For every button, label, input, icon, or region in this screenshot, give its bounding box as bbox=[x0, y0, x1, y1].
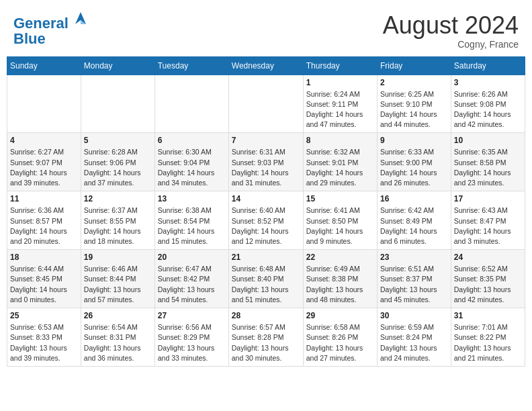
day-info: Sunrise: 6:33 AM Sunset: 9:00 PM Dayligh… bbox=[380, 147, 448, 188]
day-info: Sunrise: 6:41 AM Sunset: 8:50 PM Dayligh… bbox=[306, 205, 374, 246]
day-info: Sunrise: 6:24 AM Sunset: 9:11 PM Dayligh… bbox=[306, 89, 374, 130]
day-number: 4 bbox=[10, 136, 78, 145]
logo: General Blue bbox=[13, 12, 87, 46]
calendar-cell: 8Sunrise: 6:32 AM Sunset: 9:01 PM Daylig… bbox=[303, 133, 377, 191]
day-number: 22 bbox=[306, 253, 374, 262]
calendar-cell: 30Sunrise: 6:59 AM Sunset: 8:24 PM Dayli… bbox=[377, 308, 451, 367]
calendar-cell: 28Sunrise: 6:57 AM Sunset: 8:28 PM Dayli… bbox=[228, 308, 303, 367]
page-header: General Blue August 2024 Cogny, France bbox=[7, 7, 525, 52]
day-number: 12 bbox=[84, 194, 152, 203]
day-info: Sunrise: 6:51 AM Sunset: 8:37 PM Dayligh… bbox=[380, 264, 448, 305]
day-number: 10 bbox=[454, 136, 522, 145]
day-info: Sunrise: 6:58 AM Sunset: 8:26 PM Dayligh… bbox=[306, 322, 374, 363]
day-number: 11 bbox=[10, 194, 78, 203]
calendar-cell: 22Sunrise: 6:49 AM Sunset: 8:38 PM Dayli… bbox=[303, 250, 377, 308]
calendar-cell: 20Sunrise: 6:47 AM Sunset: 8:42 PM Dayli… bbox=[154, 250, 228, 308]
calendar-week-row: 1Sunrise: 6:24 AM Sunset: 9:11 PM Daylig… bbox=[7, 75, 525, 133]
day-number: 19 bbox=[84, 253, 152, 262]
day-info: Sunrise: 6:44 AM Sunset: 8:45 PM Dayligh… bbox=[10, 264, 78, 305]
weekday-header-monday: Monday bbox=[81, 56, 154, 75]
day-number: 23 bbox=[380, 253, 448, 262]
calendar-cell bbox=[154, 75, 228, 133]
day-info: Sunrise: 6:49 AM Sunset: 8:38 PM Dayligh… bbox=[306, 264, 374, 305]
calendar-cell: 18Sunrise: 6:44 AM Sunset: 8:45 PM Dayli… bbox=[7, 250, 81, 308]
day-info: Sunrise: 7:01 AM Sunset: 8:22 PM Dayligh… bbox=[454, 322, 522, 363]
calendar-cell: 25Sunrise: 6:53 AM Sunset: 8:33 PM Dayli… bbox=[7, 308, 81, 367]
day-info: Sunrise: 6:30 AM Sunset: 9:04 PM Dayligh… bbox=[158, 147, 226, 188]
calendar-cell: 17Sunrise: 6:43 AM Sunset: 8:47 PM Dayli… bbox=[451, 191, 525, 250]
calendar-cell: 9Sunrise: 6:33 AM Sunset: 9:00 PM Daylig… bbox=[377, 133, 451, 191]
day-number: 9 bbox=[380, 136, 448, 145]
day-number: 21 bbox=[232, 253, 300, 262]
day-number: 14 bbox=[232, 194, 300, 203]
calendar-cell: 15Sunrise: 6:41 AM Sunset: 8:50 PM Dayli… bbox=[303, 191, 377, 250]
weekday-header-wednesday: Wednesday bbox=[228, 56, 303, 75]
day-number: 18 bbox=[10, 253, 78, 262]
calendar-cell: 23Sunrise: 6:51 AM Sunset: 8:37 PM Dayli… bbox=[377, 250, 451, 308]
calendar-cell bbox=[228, 75, 303, 133]
day-number: 25 bbox=[10, 311, 78, 320]
calendar-cell: 26Sunrise: 6:54 AM Sunset: 8:31 PM Dayli… bbox=[81, 308, 154, 367]
calendar-cell: 19Sunrise: 6:46 AM Sunset: 8:44 PM Dayli… bbox=[81, 250, 154, 308]
weekday-header-saturday: Saturday bbox=[451, 56, 525, 75]
day-number: 29 bbox=[306, 311, 374, 320]
calendar-cell bbox=[81, 75, 154, 133]
calendar-cell: 21Sunrise: 6:48 AM Sunset: 8:40 PM Dayli… bbox=[228, 250, 303, 308]
day-info: Sunrise: 6:53 AM Sunset: 8:33 PM Dayligh… bbox=[10, 322, 78, 363]
day-number: 8 bbox=[306, 136, 374, 145]
day-info: Sunrise: 6:54 AM Sunset: 8:31 PM Dayligh… bbox=[84, 322, 152, 363]
day-number: 5 bbox=[84, 136, 152, 145]
title-block: August 2024 Cogny, France bbox=[383, 12, 519, 50]
day-info: Sunrise: 6:37 AM Sunset: 8:55 PM Dayligh… bbox=[84, 205, 152, 246]
day-info: Sunrise: 6:42 AM Sunset: 8:49 PM Dayligh… bbox=[380, 205, 448, 246]
calendar-cell bbox=[7, 75, 81, 133]
day-info: Sunrise: 6:46 AM Sunset: 8:44 PM Dayligh… bbox=[84, 264, 152, 305]
day-info: Sunrise: 6:56 AM Sunset: 8:29 PM Dayligh… bbox=[158, 322, 226, 363]
calendar-cell: 2Sunrise: 6:25 AM Sunset: 9:10 PM Daylig… bbox=[377, 75, 451, 133]
day-info: Sunrise: 6:52 AM Sunset: 8:35 PM Dayligh… bbox=[454, 264, 522, 305]
logo-blue: Blue bbox=[13, 32, 87, 46]
day-info: Sunrise: 6:57 AM Sunset: 8:28 PM Dayligh… bbox=[232, 322, 300, 363]
weekday-header-tuesday: Tuesday bbox=[154, 56, 228, 75]
calendar-cell: 6Sunrise: 6:30 AM Sunset: 9:04 PM Daylig… bbox=[154, 133, 228, 191]
day-number: 31 bbox=[454, 311, 522, 320]
calendar-cell: 24Sunrise: 6:52 AM Sunset: 8:35 PM Dayli… bbox=[451, 250, 525, 308]
weekday-header-thursday: Thursday bbox=[303, 56, 377, 75]
day-info: Sunrise: 6:27 AM Sunset: 9:07 PM Dayligh… bbox=[10, 147, 78, 188]
day-info: Sunrise: 6:32 AM Sunset: 9:01 PM Dayligh… bbox=[306, 147, 374, 188]
day-number: 15 bbox=[306, 194, 374, 203]
calendar-cell: 16Sunrise: 6:42 AM Sunset: 8:49 PM Dayli… bbox=[377, 191, 451, 250]
calendar-week-row: 18Sunrise: 6:44 AM Sunset: 8:45 PM Dayli… bbox=[7, 250, 525, 308]
logo-icon bbox=[74, 11, 87, 27]
day-info: Sunrise: 6:36 AM Sunset: 8:57 PM Dayligh… bbox=[10, 205, 78, 246]
location: Cogny, France bbox=[383, 39, 519, 50]
calendar-cell: 4Sunrise: 6:27 AM Sunset: 9:07 PM Daylig… bbox=[7, 133, 81, 191]
calendar-cell: 13Sunrise: 6:38 AM Sunset: 8:54 PM Dayli… bbox=[154, 191, 228, 250]
calendar-cell: 1Sunrise: 6:24 AM Sunset: 9:11 PM Daylig… bbox=[303, 75, 377, 133]
day-number: 30 bbox=[380, 311, 448, 320]
calendar-week-row: 25Sunrise: 6:53 AM Sunset: 8:33 PM Dayli… bbox=[7, 308, 525, 367]
day-number: 28 bbox=[232, 311, 300, 320]
calendar-cell: 27Sunrise: 6:56 AM Sunset: 8:29 PM Dayli… bbox=[154, 308, 228, 367]
day-info: Sunrise: 6:43 AM Sunset: 8:47 PM Dayligh… bbox=[454, 205, 522, 246]
day-number: 27 bbox=[158, 311, 226, 320]
day-number: 24 bbox=[454, 253, 522, 262]
weekday-header-friday: Friday bbox=[377, 56, 451, 75]
calendar-table: SundayMondayTuesdayWednesdayThursdayFrid… bbox=[7, 56, 525, 367]
calendar-cell: 14Sunrise: 6:40 AM Sunset: 8:52 PM Dayli… bbox=[228, 191, 303, 250]
day-number: 2 bbox=[380, 78, 448, 87]
month-year: August 2024 bbox=[383, 12, 519, 39]
day-info: Sunrise: 6:40 AM Sunset: 8:52 PM Dayligh… bbox=[232, 205, 300, 246]
calendar-week-row: 4Sunrise: 6:27 AM Sunset: 9:07 PM Daylig… bbox=[7, 133, 525, 191]
day-number: 17 bbox=[454, 194, 522, 203]
day-number: 3 bbox=[454, 78, 522, 87]
calendar-cell: 5Sunrise: 6:28 AM Sunset: 9:06 PM Daylig… bbox=[81, 133, 154, 191]
day-info: Sunrise: 6:31 AM Sunset: 9:03 PM Dayligh… bbox=[232, 147, 300, 188]
day-info: Sunrise: 6:38 AM Sunset: 8:54 PM Dayligh… bbox=[158, 205, 226, 246]
calendar-cell: 3Sunrise: 6:26 AM Sunset: 9:08 PM Daylig… bbox=[451, 75, 525, 133]
day-number: 1 bbox=[306, 78, 374, 87]
day-number: 26 bbox=[84, 311, 152, 320]
day-info: Sunrise: 6:26 AM Sunset: 9:08 PM Dayligh… bbox=[454, 89, 522, 130]
day-info: Sunrise: 6:28 AM Sunset: 9:06 PM Dayligh… bbox=[84, 147, 152, 188]
day-number: 20 bbox=[158, 253, 226, 262]
